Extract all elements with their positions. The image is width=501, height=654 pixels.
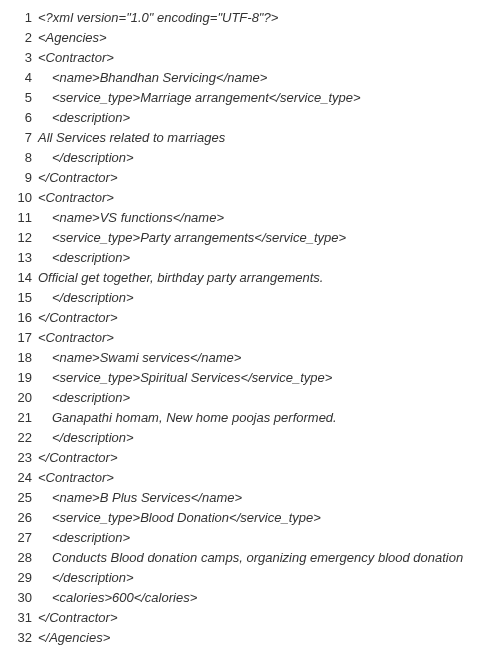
line-text: Ganapathi homam, New home poojas perform…	[32, 408, 337, 428]
code-line: 14Official get together, birthday party …	[8, 268, 493, 288]
line-number: 10	[8, 188, 32, 208]
line-number: 2	[8, 28, 32, 48]
code-line: 2<Agencies>	[8, 28, 493, 48]
line-text: Conducts Blood donation camps, organizin…	[32, 548, 463, 568]
code-line: 1<?xml version="1.0" encoding="UTF-8"?>	[8, 8, 493, 28]
code-line: 10<Contractor>	[8, 188, 493, 208]
line-number: 23	[8, 448, 32, 468]
line-number: 25	[8, 488, 32, 508]
code-line: 17<Contractor>	[8, 328, 493, 348]
line-number: 20	[8, 388, 32, 408]
line-text: </description>	[32, 568, 134, 588]
line-number: 4	[8, 68, 32, 88]
line-number: 1	[8, 8, 32, 28]
line-text: <description>	[32, 528, 130, 548]
line-text: </Contractor>	[32, 168, 118, 188]
line-number: 31	[8, 608, 32, 628]
code-line: 30<calories>600</calories>	[8, 588, 493, 608]
line-text: <calories>600</calories>	[32, 588, 197, 608]
line-number: 19	[8, 368, 32, 388]
line-text: <Contractor>	[32, 188, 114, 208]
line-text: </description>	[32, 428, 134, 448]
code-line: 13<description>	[8, 248, 493, 268]
line-number: 17	[8, 328, 32, 348]
line-number: 24	[8, 468, 32, 488]
line-text: <service_type>Blood Donation</service_ty…	[32, 508, 321, 528]
xml-code-block: 1<?xml version="1.0" encoding="UTF-8"?>2…	[8, 8, 493, 648]
line-text: <service_type>Party arrangements</servic…	[32, 228, 346, 248]
line-number: 12	[8, 228, 32, 248]
code-line: 21Ganapathi homam, New home poojas perfo…	[8, 408, 493, 428]
line-number: 7	[8, 128, 32, 148]
line-text: </Agencies>	[32, 628, 110, 648]
line-number: 18	[8, 348, 32, 368]
code-line: 25<name>B Plus Services</name>	[8, 488, 493, 508]
line-text: <name>B Plus Services</name>	[32, 488, 242, 508]
code-line: 15</description>	[8, 288, 493, 308]
code-line: 28Conducts Blood donation camps, organiz…	[8, 548, 493, 568]
code-line: 23</Contractor>	[8, 448, 493, 468]
line-text: <Contractor>	[32, 328, 114, 348]
line-number: 29	[8, 568, 32, 588]
code-line: 11<name>VS functions</name>	[8, 208, 493, 228]
line-number: 9	[8, 168, 32, 188]
code-line: 24<Contractor>	[8, 468, 493, 488]
code-line: 6<description>	[8, 108, 493, 128]
line-text: <name>VS functions</name>	[32, 208, 224, 228]
line-number: 30	[8, 588, 32, 608]
line-number: 21	[8, 408, 32, 428]
line-text: </Contractor>	[32, 448, 118, 468]
line-text: <name>Swami services</name>	[32, 348, 241, 368]
line-number: 26	[8, 508, 32, 528]
line-text: <description>	[32, 108, 130, 128]
line-text: <name>Bhandhan Servicing</name>	[32, 68, 267, 88]
line-number: 14	[8, 268, 32, 288]
code-line: 27<description>	[8, 528, 493, 548]
line-number: 27	[8, 528, 32, 548]
line-number: 11	[8, 208, 32, 228]
code-line: 32</Agencies>	[8, 628, 493, 648]
code-line: 19<service_type>Spiritual Services</serv…	[8, 368, 493, 388]
line-text: <Agencies>	[32, 28, 107, 48]
line-text: <?xml version="1.0" encoding="UTF-8"?>	[32, 8, 278, 28]
line-text: <description>	[32, 248, 130, 268]
code-line: 18<name>Swami services</name>	[8, 348, 493, 368]
code-line: 4<name>Bhandhan Servicing</name>	[8, 68, 493, 88]
line-text: </description>	[32, 148, 134, 168]
line-number: 22	[8, 428, 32, 448]
line-number: 8	[8, 148, 32, 168]
code-line: 8</description>	[8, 148, 493, 168]
code-line: 12<service_type>Party arrangements</serv…	[8, 228, 493, 248]
line-text: <service_type>Spiritual Services</servic…	[32, 368, 332, 388]
line-number: 3	[8, 48, 32, 68]
line-number: 16	[8, 308, 32, 328]
line-number: 28	[8, 548, 32, 568]
line-number: 13	[8, 248, 32, 268]
code-line: 26<service_type>Blood Donation</service_…	[8, 508, 493, 528]
code-line: 22</description>	[8, 428, 493, 448]
line-text: </Contractor>	[32, 308, 118, 328]
line-number: 5	[8, 88, 32, 108]
code-line: 29</description>	[8, 568, 493, 588]
code-line: 20<description>	[8, 388, 493, 408]
line-text: All Services related to marriages	[32, 128, 225, 148]
line-text: <service_type>Marriage arrangement</serv…	[32, 88, 361, 108]
line-number: 6	[8, 108, 32, 128]
code-line: 5<service_type>Marriage arrangement</ser…	[8, 88, 493, 108]
line-number: 32	[8, 628, 32, 648]
code-line: 7All Services related to marriages	[8, 128, 493, 148]
line-text: Official get together, birthday party ar…	[32, 268, 323, 288]
code-line: 16</Contractor>	[8, 308, 493, 328]
line-text: <Contractor>	[32, 48, 114, 68]
code-line: 9</Contractor>	[8, 168, 493, 188]
line-text: </Contractor>	[32, 608, 118, 628]
line-text: </description>	[32, 288, 134, 308]
code-line: 3<Contractor>	[8, 48, 493, 68]
code-line: 31</Contractor>	[8, 608, 493, 628]
line-number: 15	[8, 288, 32, 308]
line-text: <Contractor>	[32, 468, 114, 488]
line-text: <description>	[32, 388, 130, 408]
